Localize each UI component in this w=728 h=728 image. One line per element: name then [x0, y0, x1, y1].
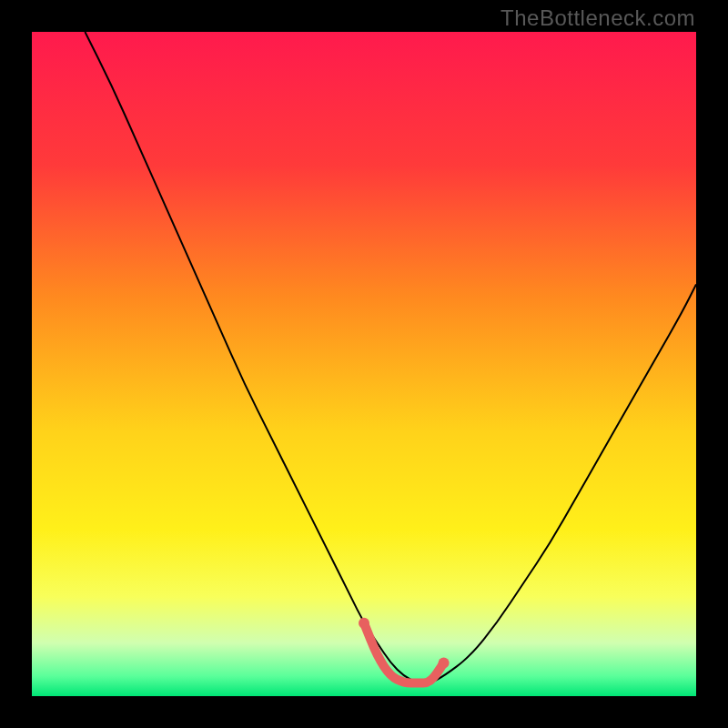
curve-layer	[32, 32, 696, 696]
optimal-zone-marker	[364, 623, 444, 683]
chart-container: TheBottleneck.com	[0, 0, 728, 728]
plot-area	[32, 32, 696, 696]
optimal-zone-dot-right	[439, 658, 450, 669]
optimal-zone-dot-left	[359, 618, 369, 629]
bottleneck-curve	[85, 32, 696, 682]
watermark-text: TheBottleneck.com	[500, 5, 695, 31]
